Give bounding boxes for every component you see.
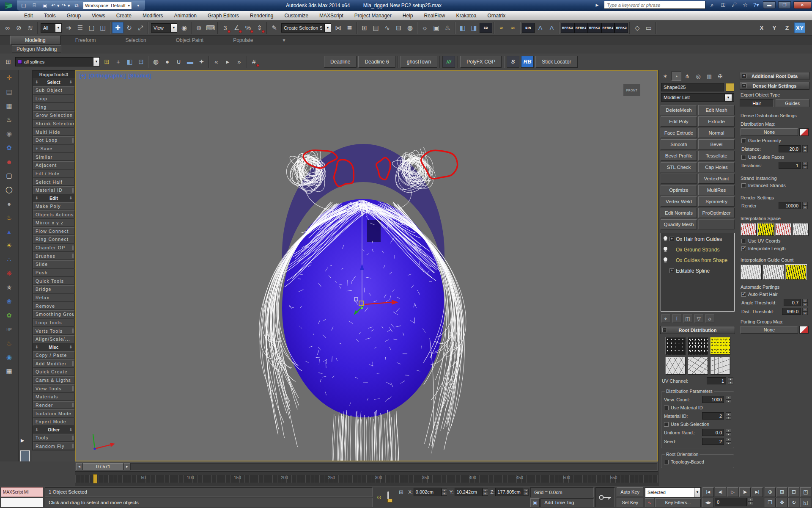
menu-tools[interactable]: Tools — [38, 11, 61, 20]
modifier-button-cap-holes[interactable]: Cap Holes — [698, 162, 735, 172]
rappatools-item-shrink-selection[interactable]: Shrink Selection — [33, 120, 74, 128]
iterations-field[interactable]: 1 — [779, 162, 801, 169]
plugin-cube-check-icon[interactable]: ◨ — [468, 22, 480, 33]
rappatools-item-remove[interactable]: Remove — [33, 302, 74, 310]
auto-part-hair-checkbox[interactable] — [741, 292, 746, 297]
swatch-mesh-even[interactable] — [710, 357, 730, 375]
interp-space-swatch-1[interactable] — [741, 223, 757, 236]
additional-root-data-rollout[interactable]: + Additional Root Data — [740, 72, 809, 80]
listener-label[interactable]: MAXScript Mi — [1, 487, 43, 497]
dropdown-arrow-icon[interactable]: ▼ — [55, 24, 61, 32]
interp-space-swatch-3[interactable] — [775, 223, 791, 236]
add-selection-icon[interactable]: + — [112, 56, 124, 67]
listener-white-row[interactable] — [1, 498, 43, 508]
select-and-manipulate-icon[interactable]: ⊕ — [193, 22, 205, 33]
rappatools-item-view-tools[interactable]: View Tools — [33, 384, 74, 392]
rappatools-item-loop-tools[interactable]: Loop Tools — [33, 319, 74, 327]
motion-tab[interactable]: ◎ — [693, 72, 703, 81]
sim-play-icon[interactable]: ▸ — [222, 56, 233, 67]
rfrk-icon-4[interactable]: RFRK3 — [601, 23, 615, 33]
use-uv-coords-checkbox[interactable] — [741, 239, 746, 243]
tab-modeling[interactable]: Modeling — [10, 36, 60, 45]
minimize-button[interactable]: ▬ — [763, 1, 776, 9]
view-cube-gizmo[interactable]: FRONT — [623, 84, 641, 97]
rappatools-item-brushes[interactable]: Brushes — [33, 252, 74, 260]
spline-filter-dropdown[interactable]: all splines▼ — [15, 57, 100, 66]
current-frame-field[interactable]: 0 — [715, 498, 747, 506]
guide-count-swatch-2[interactable] — [763, 265, 784, 280]
guides-button[interactable]: Guides — [776, 99, 810, 107]
search-icon[interactable]: ⌕ — [708, 2, 716, 8]
dist-threshold-spinner[interactable]: ▲▼ — [802, 308, 808, 315]
remove-modifier-icon[interactable]: ▽ — [694, 315, 703, 323]
drop-icon[interactable]: ❋ — [3, 268, 15, 279]
plant-icon[interactable]: ✿ — [3, 309, 15, 321]
help-icon[interactable]: ?▾ — [752, 2, 760, 8]
ball-icon[interactable]: ◉ — [3, 351, 15, 363]
rappatools-item-ring-connect[interactable]: Ring Connect — [33, 235, 74, 243]
sphere-icon[interactable]: ● — [162, 56, 173, 67]
expand-icon[interactable]: + — [742, 74, 746, 78]
rappatools-item-dot-loop[interactable]: Dot Loop — [33, 136, 74, 144]
modifier-button-prooptimizer[interactable]: ProOptimizer — [698, 208, 735, 218]
distance-field[interactable]: 20.0 — [779, 145, 801, 152]
uniform-rand-spinner[interactable]: ▲▼ — [726, 429, 731, 436]
plugin-deadline-button[interactable]: Deadline — [324, 56, 357, 68]
stack-item-editable-spline[interactable]: +Editable Spline — [661, 265, 734, 276]
teapot-icon[interactable]: ♨ — [3, 114, 15, 126]
view-count-spinner[interactable]: ▲▼ — [726, 396, 731, 403]
modifier-button-edit-mesh[interactable]: Edit Mesh — [698, 105, 735, 115]
rappatools-item-grow-selection[interactable]: Grow Selection — [33, 111, 74, 119]
rappatools-item--save[interactable]: + Save — [33, 145, 74, 153]
time-forward-arrow[interactable]: ► — [124, 463, 130, 470]
viewport[interactable]: [+] [Orthographic] [Shaded] FRONT — [75, 70, 658, 461]
schematic-view-icon[interactable]: ⊟ — [393, 22, 404, 33]
pick-object-icon[interactable]: ◧ — [124, 56, 135, 67]
material-id-spinner[interactable]: ▲▼ — [726, 412, 731, 420]
iterations-spinner[interactable]: ▲▼ — [802, 162, 808, 169]
modifier-button-normal[interactable]: Normal — [698, 128, 735, 138]
utilities-tab[interactable]: ✠ — [715, 72, 725, 81]
frame-spinner[interactable]: ▲▼ — [748, 498, 753, 505]
menu-maxscript[interactable]: MAXScript — [314, 11, 349, 20]
configure-modifier-sets-icon[interactable]: ☼ — [705, 315, 714, 323]
cloth-icon[interactable]: ∪ — [173, 56, 184, 67]
plugin-deadline-6-button[interactable]: Deadline 6 — [358, 56, 395, 68]
rappatools-item-similar[interactable]: Similar — [33, 153, 74, 161]
save-icon[interactable]: ▣ — [41, 2, 49, 9]
sign-in-key-icon[interactable]: ⚿ — [719, 2, 727, 8]
select-by-name-icon[interactable]: ☰ — [74, 22, 86, 33]
x-spinner[interactable]: ▲▼ — [442, 489, 447, 496]
align-icon[interactable]: ≣ — [344, 22, 355, 33]
bind-to-space-warp-icon[interactable]: ≋ — [25, 22, 36, 33]
instanced-strands-checkbox[interactable] — [741, 183, 746, 188]
moov-icon[interactable]: /// — [442, 56, 455, 68]
tab-object-paint[interactable]: Object Paint — [161, 36, 218, 45]
seed-field[interactable]: 2 — [702, 438, 724, 445]
swatch-random-dots-selected[interactable] — [710, 337, 730, 355]
zoom-all-icon[interactable]: ⊞ — [776, 487, 787, 497]
redo-icon[interactable]: ↷ ▾ — [62, 2, 70, 9]
rappatools-item-quick-create[interactable]: Quick Create — [33, 368, 74, 376]
pot-icon[interactable]: ♨ — [3, 212, 15, 224]
y-spinner[interactable]: ▲▼ — [483, 489, 488, 496]
new-file-icon[interactable]: ▢ — [19, 2, 28, 9]
default-in-out-tangent-icon[interactable]: ∿ — [645, 498, 654, 508]
pin-stack-icon[interactable]: ⌖ — [661, 315, 670, 323]
rappatools-item-ring[interactable]: Ring — [33, 103, 74, 111]
modifier-button-bevel[interactable]: Bevel — [698, 139, 735, 149]
close-button[interactable]: ✕ — [793, 1, 811, 9]
visibility-bulb-icon[interactable] — [663, 247, 668, 252]
parting-map-none-button[interactable]: None — [741, 326, 798, 334]
set-key-button[interactable]: Set Key — [617, 498, 643, 508]
rappatools-item-cams-ligths[interactable]: Cams & Ligths — [33, 376, 74, 384]
rappatools-item-align-scale-[interactable]: Align/Scale/... — [33, 335, 74, 343]
visibility-bulb-icon[interactable] — [663, 257, 668, 263]
rfrk-icon-1[interactable]: RFRK3 — [561, 23, 574, 33]
rappatools-item-flow-connect[interactable]: Flow Connect — [33, 227, 74, 235]
reference-coordinate-dropdown[interactable]: View▼ — [151, 23, 177, 33]
world-icon[interactable]: ◍ — [150, 56, 162, 67]
modifier-button-smooth[interactable]: Smooth — [661, 139, 697, 149]
rounded-box-icon[interactable]: ▢ — [3, 170, 15, 182]
dropdown-arrow-icon[interactable]: ▼ — [170, 24, 177, 32]
